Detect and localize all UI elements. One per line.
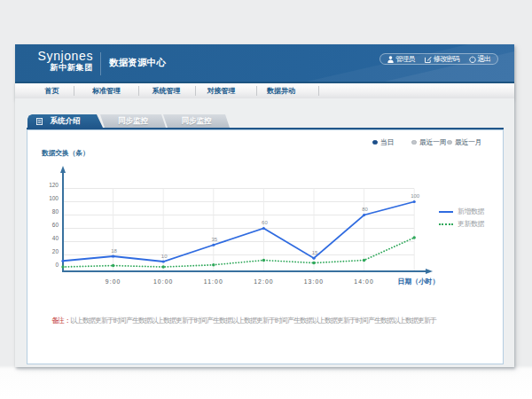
footnote: 备注：以上数据更新于时间产生数据以上数据更新于时间产生数据以上数据更新于时间产生… (51, 316, 436, 325)
chart-y-axis-title: 数据交换（条） (42, 148, 90, 158)
x-axis-title: 日期（小时） (398, 278, 440, 286)
radio-dot-selected (372, 140, 378, 145)
data-point (262, 227, 265, 230)
power-icon (469, 56, 476, 63)
data-point (112, 264, 114, 267)
y-tick-label: 100 (49, 195, 59, 201)
data-point (212, 263, 215, 266)
tab-label: 同步监控 (118, 116, 148, 125)
content-area: 系统介绍 同步监控 同步监控 0204060801001209:0010:001… (15, 98, 514, 367)
point-label: 10 (161, 254, 168, 259)
radio-label: 最近一周 (419, 137, 446, 147)
nav-item-interface-mgmt[interactable]: 对接管理 (196, 83, 257, 98)
x-tick-label: 11:00 (204, 278, 223, 285)
nav-item-data-change[interactable]: 数据异动 (257, 83, 319, 98)
chart-panel: 0204060801001209:0010:0011:0012:0013:001… (27, 129, 504, 364)
data-point (312, 257, 315, 260)
tab-label: 同步监控 (182, 116, 212, 125)
point-label: 15 (312, 250, 318, 255)
user-icon (387, 56, 394, 63)
y-tick-label: 120 (49, 182, 59, 188)
tab-sync-monitor-1[interactable]: 同步监控 (100, 114, 166, 128)
page-title: 数据资源中心 (109, 57, 166, 69)
legend-label: 更新数据 (458, 219, 484, 229)
header-divider (100, 52, 101, 75)
y-tick-label: 0 (55, 262, 59, 268)
footnote-text: 以上数据更新于时间产生数据以上数据更新于时间产生数据以上数据更新于时间产生数据以… (70, 317, 436, 325)
current-user-label: 管理员 (395, 56, 415, 63)
line-chart: 0204060801001209:0010:0011:0012:0013:001… (27, 130, 503, 364)
nav-item-home[interactable]: 首页 (15, 83, 74, 98)
tab-system-intro[interactable]: 系统介绍 (27, 114, 103, 128)
x-axis-arrow (426, 269, 433, 274)
data-point (312, 262, 315, 264)
document-icon (36, 118, 43, 125)
radio-last-week[interactable]: 最近一周 (411, 137, 446, 147)
change-password-button[interactable]: 修改密码 (425, 56, 459, 63)
y-tick-label: 20 (52, 248, 59, 254)
radio-dot (411, 140, 417, 145)
nav-item-system-mgmt[interactable]: 系统管理 (139, 83, 196, 98)
legend-item-new-data[interactable]: 新增数据 (439, 207, 484, 216)
point-label: 80 (362, 207, 368, 212)
data-point (262, 259, 265, 262)
point-label: 100 (411, 193, 420, 199)
legend-label: 新增数据 (458, 207, 484, 216)
x-tick-label: 12:00 (254, 278, 274, 285)
mockup-stage: Synjones 新中新集团 数据资源中心 管理员 (0, 0, 532, 399)
logo-text: Synjones (34, 49, 93, 63)
tab-sync-monitor-2[interactable]: 同步监控 (163, 114, 230, 128)
app-header: Synjones 新中新集团 数据资源中心 管理员 (15, 44, 514, 83)
data-point (212, 244, 215, 246)
main-nav: 首页 标准管理 系统管理 对接管理 数据异动 (15, 83, 514, 99)
logout-button[interactable]: 退出 (469, 56, 490, 63)
x-tick-label: 10:00 (153, 278, 174, 285)
edit-icon (425, 56, 432, 63)
data-point (413, 200, 416, 203)
data-point (162, 265, 165, 268)
y-tick-label: 80 (52, 208, 59, 215)
data-point (363, 214, 365, 216)
x-tick-label: 13:00 (304, 278, 325, 285)
nav-item-standard-mgmt[interactable]: 标准管理 (74, 83, 139, 98)
data-point (363, 259, 365, 262)
legend-line-solid (439, 211, 453, 213)
radio-label: 最近一月 (455, 137, 481, 147)
icon-stroke (427, 56, 432, 60)
x-tick-label: 14:00 (354, 278, 374, 285)
radio-last-month[interactable]: 最近一月 (447, 137, 481, 147)
current-user-button[interactable]: 管理员 (387, 56, 415, 63)
data-point (61, 260, 64, 262)
point-label: 18 (111, 248, 117, 254)
logout-label: 退出 (478, 56, 490, 63)
icon-stroke (389, 56, 393, 59)
radio-today[interactable]: 当日 (372, 137, 394, 147)
point-label: 35 (211, 237, 217, 242)
footnote-prefix: 备注： (51, 317, 70, 325)
y-tick-label: 40 (52, 235, 59, 241)
point-label: 60 (262, 220, 268, 225)
y-axis-arrow (60, 166, 66, 173)
browser-page: Synjones 新中新集团 数据资源中心 管理员 (15, 44, 514, 367)
x-tick-label: 9:00 (106, 278, 121, 285)
data-point (413, 236, 416, 239)
data-point (162, 260, 165, 262)
y-tick-label: 60 (52, 222, 59, 228)
legend-item-update-data[interactable]: 更新数据 (439, 219, 484, 229)
user-toolbar: 管理员 修改密码 退出 (379, 53, 498, 65)
radio-dot (447, 140, 452, 145)
radio-label: 当日 (380, 137, 394, 147)
data-point (112, 254, 114, 257)
change-password-label: 修改密码 (434, 56, 459, 63)
data-point (61, 265, 64, 268)
logo-subtext: 新中新集团 (34, 63, 93, 73)
icon-stroke (387, 59, 393, 62)
tab-label: 系统介绍 (51, 116, 81, 125)
logo: Synjones 新中新集团 (34, 49, 93, 73)
legend-line-dotted (439, 223, 453, 225)
